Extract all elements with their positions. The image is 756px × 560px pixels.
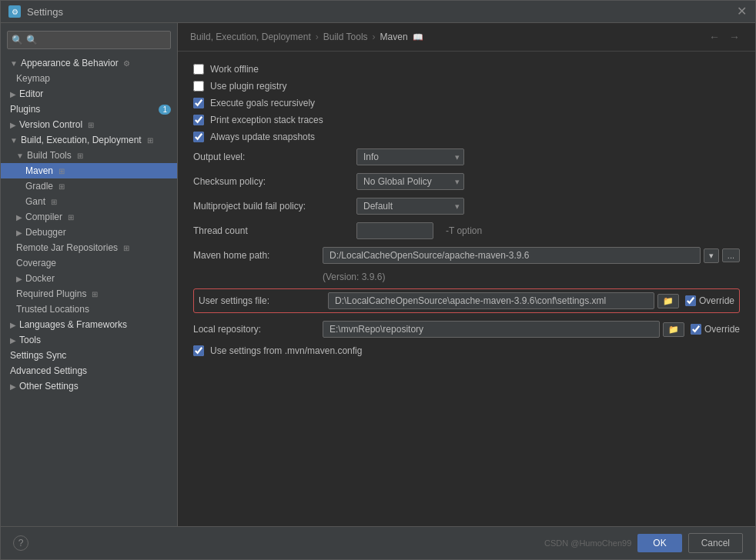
breadcrumb-part1: Build, Execution, Deployment [190,32,311,42]
local-repo-browse-btn[interactable]: 📁 [663,322,684,337]
sidebar-item-trusted-locations[interactable]: Trusted Locations [1,302,177,317]
checksum-policy-select[interactable]: No Global Policy Strict Lax Ignore [356,173,464,190]
local-repo-row: Local repository: 📁 Override [193,321,740,338]
work-offline-row: Work offline [193,64,740,75]
sidebar-item-label: Gant [25,196,45,207]
work-offline-checkbox[interactable] [193,64,204,75]
arrow-icon: ▶ [10,382,16,391]
sidebar-item-tools[interactable]: ▶ Tools [1,332,177,348]
sidebar-item-docker[interactable]: ▶ Docker [1,271,177,286]
arrow-icon: ▶ [10,321,16,329]
sidebar-item-label: Tools [19,335,41,345]
checksum-policy-label: Checksum policy: [193,176,347,187]
multiproject-policy-row: Multiproject build fail policy: Default … [193,198,740,215]
breadcrumb-sep1: › [316,32,319,42]
thread-count-row: Thread count -T option [193,222,740,239]
arrow-icon: ▼ [10,136,18,145]
back-button[interactable]: ← [706,29,723,45]
execute-goals-checkbox[interactable] [193,98,204,108]
sidebar: 🔍 ▼ Appearance & Behavior ⚙ Keymap ▶ Edi… [1,23,178,526]
arrow-icon: ▶ [10,90,16,98]
sidebar-item-label: Appearance & Behavior [21,58,119,68]
sidebar-item-debugger[interactable]: ▶ Debugger [1,225,177,240]
use-settings-mvn-checkbox[interactable] [193,345,204,356]
sidebar-item-label: Remote Jar Repositories [16,242,118,253]
maven-home-dropdown-btn[interactable]: ▾ [704,248,719,263]
sidebar-item-label: Compiler [25,212,62,222]
maven-home-label: Maven home path: [193,250,316,261]
sidebar-item-remote-jar[interactable]: Remote Jar Repositories ⊞ [1,240,177,255]
sidebar-item-other-settings[interactable]: ▶ Other Settings [1,378,177,394]
output-level-select[interactable]: Info Debug Error Warning [356,148,464,165]
output-level-dropdown-wrap: Info Debug Error Warning [356,148,464,165]
arrow-icon: ▶ [10,336,16,345]
cancel-button[interactable]: Cancel [688,533,743,553]
thread-count-input[interactable] [356,222,433,239]
checksum-policy-dropdown-wrap: No Global Policy Strict Lax Ignore [356,173,464,190]
settings-icon-sm: ⚙ [122,58,132,68]
build-tools-icon: ⊞ [75,150,85,161]
sidebar-item-appearance[interactable]: ▼ Appearance & Behavior ⚙ [1,55,177,71]
user-settings-label: User settings file: [199,295,322,306]
book-icon: 📖 [413,32,423,42]
sidebar-item-required-plugins[interactable]: Required Plugins ⊞ [1,286,177,302]
sidebar-item-label: Maven [25,165,53,176]
sidebar-item-keymap[interactable]: Keymap [1,71,177,86]
forward-button[interactable]: → [726,29,743,45]
sidebar-item-compiler[interactable]: ▶ Compiler ⊞ [1,209,177,225]
bottom-bar: ? CSDN @HumoChen99 OK Cancel [1,526,755,559]
sidebar-item-label: Languages & Frameworks [19,319,127,330]
use-plugin-registry-checkbox[interactable] [193,81,204,92]
sidebar-item-gant[interactable]: Gant ⊞ [1,194,177,209]
search-input[interactable] [7,31,171,49]
help-button[interactable]: ? [13,535,28,551]
sidebar-item-maven[interactable]: Maven ⊞ [1,163,177,178]
always-update-checkbox[interactable] [193,132,204,142]
t-option-label: -T option [446,225,482,236]
sidebar-item-label: Build Tools [27,150,72,161]
user-settings-override-checkbox[interactable] [685,295,696,306]
arrow-icon: ▼ [16,152,24,160]
sidebar-item-version-control[interactable]: ▶ Version Control ⊞ [1,117,177,132]
sidebar-item-advanced-settings[interactable]: Advanced Settings [1,363,177,378]
sidebar-item-build-exec-deploy[interactable]: ▼ Build, Execution, Deployment ⊞ [1,132,177,148]
local-repo-input[interactable] [323,321,660,338]
breadcrumb-part3: Maven [380,32,408,42]
sidebar-item-languages-frameworks[interactable]: ▶ Languages & Frameworks [1,317,177,332]
user-settings-browse-btn[interactable]: 📁 [657,294,679,308]
sidebar-item-settings-sync[interactable]: Settings Sync [1,348,177,363]
arrow-icon: ▶ [16,275,22,283]
gant-icon: ⊞ [49,196,59,207]
sidebar-item-gradle[interactable]: Gradle ⊞ [1,178,177,194]
sidebar-item-plugins[interactable]: Plugins 1 [1,102,177,117]
local-repo-override-checkbox[interactable] [691,324,701,335]
sidebar-item-build-tools[interactable]: ▼ Build Tools ⊞ [1,148,177,163]
print-exception-label: Print exception stack traces [210,115,323,125]
breadcrumb-bar: Build, Execution, Deployment › Build Too… [178,23,755,52]
print-exception-row: Print exception stack traces [193,115,740,125]
close-button[interactable]: ✕ [735,5,748,18]
multiproject-policy-select[interactable]: Default Fail At End Never Fail Fail Fast [356,198,464,215]
req-plugins-icon: ⊞ [89,288,100,299]
settings-dialog: ⚙ Settings ✕ 🔍 ▼ Appearance & Behavior ⚙… [0,0,756,560]
sidebar-item-label: Docker [25,273,55,284]
output-level-row: Output level: Info Debug Error Warning [193,148,740,165]
maven-home-input[interactable] [323,247,701,264]
always-update-label: Always update snapshots [210,132,315,142]
content-area: Build, Execution, Deployment › Build Too… [178,23,755,526]
print-exception-checkbox[interactable] [193,115,204,125]
sidebar-item-label: Build, Execution, Deployment [21,135,142,145]
search-icon: 🔍 [12,35,23,45]
sidebar-item-label: Required Plugins [16,288,86,299]
sidebar-item-coverage[interactable]: Coverage [1,255,177,271]
title-bar: ⚙ Settings ✕ [1,1,755,23]
local-repo-input-wrap: 📁 [323,321,684,338]
sidebar-item-editor[interactable]: ▶ Editor [1,86,177,102]
build-icon: ⊞ [145,135,156,145]
maven-icon: ⊞ [56,165,67,176]
ok-button[interactable]: OK [637,534,681,552]
user-settings-input[interactable] [328,292,654,309]
version-hint: (Version: 3.9.6) [193,272,740,282]
maven-home-browse-btn[interactable]: ... [722,248,740,262]
search-box: 🔍 [7,31,171,49]
